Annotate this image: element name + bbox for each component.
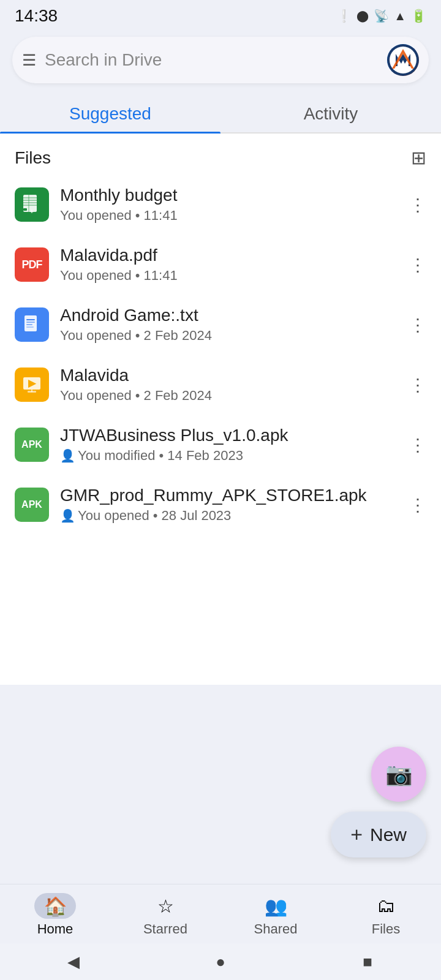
tab-suggested[interactable]: Suggested [0,93,221,132]
nav-item-starred[interactable]: ☆ Starred [135,893,196,937]
file-info: Android Game:.txt You opened • 2 Feb 202… [60,306,393,344]
list-item[interactable]: + Monthly budget You opened • 11:41 ⋮ [0,175,441,235]
star-icon: ☆ [157,895,174,917]
avatar[interactable] [387,44,419,76]
file-name: Malavida.pdf [60,246,393,265]
file-info: GMR_prod_Rummy_APK_STORE1.apk 👤 You open… [60,486,393,524]
back-button[interactable]: ◀ [55,949,92,974]
file-meta: 👤 You modified • 14 Feb 2023 [60,448,393,464]
shared-icon: 👤 [60,448,75,463]
shared-icon-wrap: 👥 [255,893,296,919]
files-header: Files ⊞ [0,134,441,175]
list-item[interactable]: PDF Malavida.pdf You opened • 11:41 ⋮ [0,235,441,295]
grid-view-icon[interactable]: ⊞ [411,147,426,168]
shared-icon: 👤 [60,508,75,523]
battery-icon: 🔋 [411,9,426,23]
svg-text:+: + [30,208,34,215]
files-icon-wrap: 🗂 [365,893,407,919]
scan-button[interactable]: 📷 [371,747,426,802]
more-options-button[interactable]: ⋮ [404,311,431,338]
list-item[interactable]: ▶ Malavida You opened • 2 Feb 2024 ⋮ [0,355,441,415]
svg-rect-9 [28,195,29,212]
file-name: JTWABusiness Plus_v1.0.apk [60,426,393,445]
file-info: Malavida.pdf You opened • 11:41 [60,246,393,284]
android-nav: ◀ ● ■ [0,943,441,980]
nav-item-shared[interactable]: 👥 Shared [245,893,306,937]
home-label: Home [37,921,74,937]
starred-label: Starred [143,921,187,937]
bottom-nav: 🏠 Home ☆ Starred 👥 Shared 🗂 Files [0,884,441,943]
home-button[interactable]: ● [202,949,239,974]
files-label: Files [372,921,400,937]
file-name: GMR_prod_Rummy_APK_STORE1.apk [60,486,393,505]
file-meta: You opened • 2 Feb 2024 [60,388,393,404]
main-content: Files ⊞ + Monthly budget [0,134,441,685]
status-bar: 14:38 ❕ ⬤ 📡 ▲ 🔋 [0,0,441,31]
svg-rect-15 [26,324,32,325]
shared-people-icon: 👥 [265,895,287,917]
list-item[interactable]: Android Game:.txt You opened • 2 Feb 202… [0,295,441,355]
more-options-button[interactable]: ⋮ [404,191,431,218]
svg-rect-5 [23,197,37,198]
file-meta: You opened • 11:41 [60,268,393,284]
svg-rect-13 [26,319,35,320]
file-name: Monthly budget [60,186,393,205]
new-label: New [370,824,407,845]
recents-button[interactable]: ■ [349,949,386,974]
file-info: JTWABusiness Plus_v1.0.apk 👤 You modifie… [60,426,393,464]
list-item[interactable]: APK GMR_prod_Rummy_APK_STORE1.apk 👤 You … [0,475,441,535]
search-bar-wrap: ☰ Search in Drive [0,31,441,93]
list-item[interactable]: APK JTWABusiness Plus_v1.0.apk 👤 You mod… [0,415,441,475]
svg-rect-12 [24,315,37,331]
plus-icon: + [350,823,363,846]
menu-icon[interactable]: ☰ [22,51,36,70]
file-meta: You opened • 2 Feb 2024 [60,328,393,344]
file-list: + Monthly budget You opened • 11:41 ⋮ PD… [0,175,441,541]
svg-text:▶: ▶ [28,378,37,388]
svg-rect-8 [23,205,37,206]
file-name: Android Game:.txt [60,306,393,325]
folder-icon: 🗂 [377,895,395,916]
svg-rect-20 [31,390,32,392]
file-icon-pdf: PDF [15,247,49,282]
file-icon-docs [15,307,49,342]
camera-icon: 📷 [385,761,413,787]
new-button[interactable]: + New [331,812,426,858]
fab-area: 📷 + New [331,747,426,858]
tab-activity[interactable]: Activity [221,93,441,132]
home-icon: 🏠 [44,895,67,917]
file-name: Malavida [60,366,393,385]
nav-item-home[interactable]: 🏠 Home [24,893,86,937]
file-info: Malavida You opened • 2 Feb 2024 [60,366,393,404]
avatar-logo-svg [387,44,419,76]
files-title: Files [15,148,51,168]
file-icon-apk: APK [15,488,49,522]
dot-icon: ⬤ [356,9,369,23]
home-icon-wrap: 🏠 [34,893,76,919]
status-time: 14:38 [15,6,58,26]
file-icon-sheets: + [15,187,49,222]
more-options-button[interactable]: ⋮ [404,431,431,458]
file-icon-slides: ▶ [15,368,49,402]
tabs: Suggested Activity [0,93,441,134]
status-icons: ❕ ⬤ 📡 ▲ 🔋 [336,9,426,23]
search-bar[interactable]: ☰ Search in Drive [12,37,429,83]
svg-rect-14 [26,322,35,323]
file-icon-apk: APK [15,428,49,462]
file-info: Monthly budget You opened • 11:41 [60,186,393,224]
nav-item-files[interactable]: 🗂 Files [355,893,417,937]
alert-icon: ❕ [336,9,352,23]
svg-rect-6 [23,200,37,201]
svg-rect-10 [23,208,27,211]
more-options-button[interactable]: ⋮ [404,371,431,398]
svg-rect-7 [23,202,37,203]
shared-label: Shared [254,921,298,937]
search-placeholder[interactable]: Search in Drive [45,50,379,70]
starred-icon-wrap: ☆ [145,893,186,919]
file-meta: You opened • 11:41 [60,208,393,224]
svg-rect-16 [26,326,34,328]
more-options-button[interactable]: ⋮ [404,491,431,518]
cast-icon: 📡 [374,9,389,23]
more-options-button[interactable]: ⋮ [404,251,431,278]
wifi-icon: ▲ [394,9,406,23]
